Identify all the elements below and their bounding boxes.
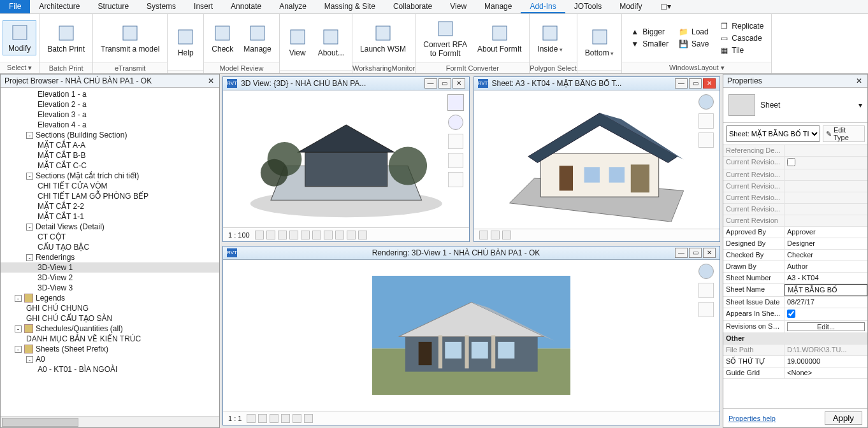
sun-path-icon[interactable] xyxy=(278,231,287,239)
viewcube-icon[interactable] xyxy=(447,94,464,111)
tree-item[interactable]: -A0 xyxy=(1,354,219,364)
property-value[interactable]: Checker xyxy=(785,250,867,260)
transmit-a-model-button[interactable]: Transmit a model xyxy=(96,22,164,55)
tree-item[interactable]: -Detail Views (Detail) xyxy=(1,222,219,232)
view-button[interactable]: View xyxy=(282,25,313,59)
replicate-button[interactable]: ❐Replicate xyxy=(716,20,766,32)
visual-style-icon[interactable] xyxy=(258,414,267,423)
tree-item[interactable]: DANH MỤC BẢN VẼ KIẾN TRÚC xyxy=(1,334,219,344)
property-row[interactable]: Current Revision xyxy=(723,215,867,227)
properties-grid[interactable]: Referencing De...Current Revisio...Curre… xyxy=(723,145,867,408)
about-formit-button[interactable]: About FormIt xyxy=(472,22,526,55)
rendering-icon[interactable] xyxy=(301,231,310,239)
tree-item[interactable]: 3D-View 3 xyxy=(1,283,219,293)
menu-systems[interactable]: Systems xyxy=(138,0,185,13)
tree-item[interactable]: MẶT CẮT B-B xyxy=(1,150,219,160)
menu-view[interactable]: View xyxy=(441,0,475,13)
pan-icon[interactable] xyxy=(698,283,714,298)
window-restore-icon[interactable]: ▭ xyxy=(689,248,702,258)
menu-annotate[interactable]: Annotate xyxy=(222,0,270,13)
tree-item[interactable]: Elevation 1 - a xyxy=(1,89,219,99)
tree-item[interactable]: CHI TIẾT LAM GỖ PHÒNG BẾP xyxy=(1,191,219,201)
property-edit-button[interactable]: Edit... xyxy=(787,322,865,331)
project-browser-scrollbar-h[interactable] xyxy=(1,416,219,427)
reveal-icon[interactable] xyxy=(358,231,367,239)
crop-icon[interactable] xyxy=(281,414,290,423)
tree-item[interactable]: A0 - KT01 - BÌA NGOÀI xyxy=(1,364,219,374)
crop-region-icon[interactable] xyxy=(324,231,333,239)
menu-manage[interactable]: Manage xyxy=(475,0,521,13)
viewport-canvas[interactable] xyxy=(474,90,720,229)
steering-wheel-icon[interactable] xyxy=(698,94,714,110)
tile-button[interactable]: ▦Tile xyxy=(716,45,766,56)
property-row[interactable]: Current Revisio... xyxy=(723,204,867,215)
tree-item[interactable]: CHI TIẾT CỬA VÒM xyxy=(1,181,219,191)
bigger-button[interactable]: ▲Bigger xyxy=(627,26,671,38)
lightbulb-icon[interactable] xyxy=(479,231,488,239)
tree-item[interactable]: MẶT CẮT 2-2 xyxy=(1,201,219,211)
property-value[interactable]: 19.000000 xyxy=(785,356,867,367)
property-value[interactable]: Designer xyxy=(785,238,867,249)
tree-item[interactable]: 3D-View 2 xyxy=(1,273,219,283)
properties-help-link[interactable]: Properties help xyxy=(728,415,776,422)
tree-item[interactable]: MẶT CẮT A-A xyxy=(1,140,219,150)
tree-item[interactable]: -Schedules/Quantities (all) xyxy=(1,324,219,334)
lock-icon[interactable] xyxy=(335,231,344,239)
manage-button[interactable]: Manage xyxy=(238,22,276,55)
menu-structure[interactable]: Structure xyxy=(89,0,138,13)
property-row[interactable]: Designed ByDesigner xyxy=(723,238,867,250)
edit-type-button[interactable]: ✎ Edit Type xyxy=(823,125,865,142)
tree-item[interactable]: Elevation 4 - a xyxy=(1,120,219,130)
menu-collaborate[interactable]: Collaborate xyxy=(384,0,441,13)
launch-wsm-button[interactable]: Launch WSM xyxy=(355,22,411,55)
help-button[interactable]: Help xyxy=(170,25,201,59)
about--button[interactable]: About... xyxy=(313,25,349,59)
detail-level-icon[interactable] xyxy=(247,414,256,423)
shadows-icon[interactable] xyxy=(289,231,298,239)
property-row[interactable]: Guide Grid<None> xyxy=(723,367,867,379)
property-value[interactable]: MẶT BẰNG BỐ xyxy=(785,284,867,296)
property-value[interactable]: Approver xyxy=(785,227,867,238)
property-row[interactable]: Current Revisio... xyxy=(723,157,867,169)
menu-add-ins[interactable]: Add-Ins xyxy=(521,0,565,13)
hide-icon[interactable] xyxy=(502,231,511,239)
property-row[interactable]: Sheet NumberA3 - KT04 xyxy=(723,273,867,284)
apply-button[interactable]: Apply xyxy=(825,411,862,425)
zoom-icon[interactable] xyxy=(448,153,463,168)
properties-close-icon[interactable]: ✕ xyxy=(855,76,864,85)
steering-wheel-icon[interactable] xyxy=(698,264,714,279)
convert-rfa-button[interactable]: Convert RFAto FormIt xyxy=(418,17,472,60)
property-value[interactable]: 08/27/17 xyxy=(785,297,867,308)
property-row[interactable]: SỐ THỨ TỰ19.000000 xyxy=(723,356,867,367)
modify-button[interactable]: Modify xyxy=(3,20,36,55)
tree-item[interactable]: -Sections (Mặt cắt trích chi tiết) xyxy=(1,171,219,181)
property-row[interactable]: Referencing De... xyxy=(723,145,867,157)
crop-icon[interactable] xyxy=(312,231,321,239)
property-row[interactable]: Current Revisio... xyxy=(723,181,867,192)
property-row[interactable]: Approved ByApprover xyxy=(723,227,867,238)
tree-item[interactable]: GHI CHÚ CẤU TẠO SÀN xyxy=(1,313,219,324)
zoom-icon[interactable] xyxy=(698,132,714,148)
batch-print-button[interactable]: Batch Print xyxy=(42,22,90,55)
tree-item[interactable]: Elevation 3 - a xyxy=(1,110,219,120)
menu-analyze[interactable]: Analyze xyxy=(270,0,315,13)
hide-icon[interactable] xyxy=(347,231,356,239)
window-close-icon[interactable]: ✕ xyxy=(703,78,716,89)
property-row[interactable]: Drawn ByAuthor xyxy=(723,261,867,273)
menu-architecture[interactable]: Architecture xyxy=(30,0,89,13)
tree-item[interactable]: MẶT CẮT C-C xyxy=(1,160,219,171)
window-minimize-icon[interactable]: — xyxy=(424,78,437,89)
window-restore-icon[interactable]: ▭ xyxy=(438,78,451,89)
expand-icon[interactable]: - xyxy=(26,356,33,363)
property-row[interactable]: File PathD:\1.WORK\3.TU... xyxy=(723,345,867,356)
property-row[interactable]: Current Revisio... xyxy=(723,192,867,204)
menu-file[interactable]: File xyxy=(0,0,30,13)
cascade-button[interactable]: ▭Cascade xyxy=(716,32,766,44)
window-minimize-icon[interactable]: — xyxy=(675,248,688,258)
steering-wheel-icon[interactable] xyxy=(448,115,463,130)
property-value[interactable]: A3 - KT04 xyxy=(785,273,867,283)
project-browser-close-icon[interactable]: ✕ xyxy=(206,76,215,85)
expand-icon[interactable]: - xyxy=(26,132,33,139)
expand-icon[interactable]: - xyxy=(26,173,33,180)
window-minimize-icon[interactable]: — xyxy=(675,78,688,89)
